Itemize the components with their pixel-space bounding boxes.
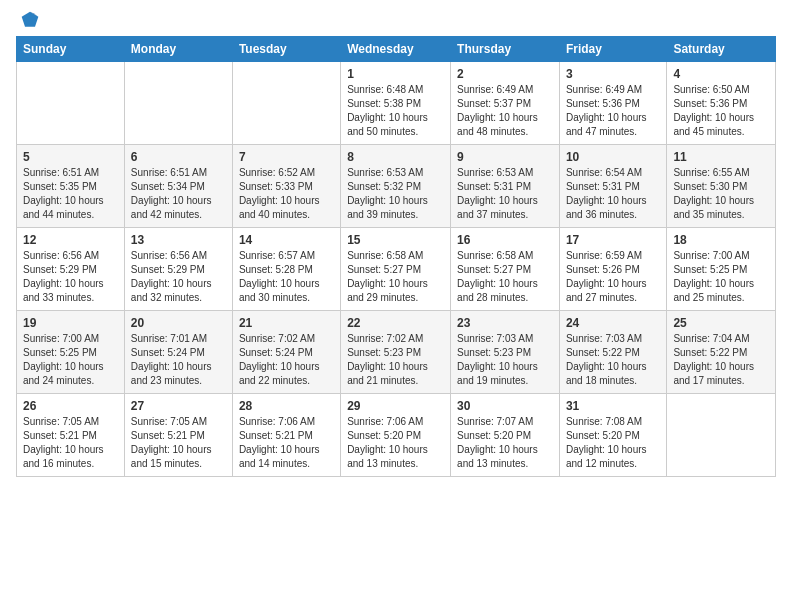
day-info: Sunrise: 6:52 AM Sunset: 5:33 PM Dayligh… — [239, 166, 334, 222]
day-info: Sunrise: 7:05 AM Sunset: 5:21 PM Dayligh… — [23, 415, 118, 471]
column-header-wednesday: Wednesday — [341, 37, 451, 62]
calendar-cell: 29Sunrise: 7:06 AM Sunset: 5:20 PM Dayli… — [341, 394, 451, 477]
day-number: 17 — [566, 233, 660, 247]
calendar-week-3: 12Sunrise: 6:56 AM Sunset: 5:29 PM Dayli… — [17, 228, 776, 311]
calendar-cell: 21Sunrise: 7:02 AM Sunset: 5:24 PM Dayli… — [232, 311, 340, 394]
calendar-cell: 30Sunrise: 7:07 AM Sunset: 5:20 PM Dayli… — [451, 394, 560, 477]
day-number: 14 — [239, 233, 334, 247]
day-number: 31 — [566, 399, 660, 413]
calendar-cell: 8Sunrise: 6:53 AM Sunset: 5:32 PM Daylig… — [341, 145, 451, 228]
calendar-cell: 9Sunrise: 6:53 AM Sunset: 5:31 PM Daylig… — [451, 145, 560, 228]
day-info: Sunrise: 6:51 AM Sunset: 5:34 PM Dayligh… — [131, 166, 226, 222]
day-number: 10 — [566, 150, 660, 164]
day-info: Sunrise: 7:06 AM Sunset: 5:21 PM Dayligh… — [239, 415, 334, 471]
column-header-tuesday: Tuesday — [232, 37, 340, 62]
calendar-cell: 16Sunrise: 6:58 AM Sunset: 5:27 PM Dayli… — [451, 228, 560, 311]
day-info: Sunrise: 6:53 AM Sunset: 5:32 PM Dayligh… — [347, 166, 444, 222]
day-info: Sunrise: 6:55 AM Sunset: 5:30 PM Dayligh… — [673, 166, 769, 222]
day-number: 16 — [457, 233, 553, 247]
day-number: 29 — [347, 399, 444, 413]
column-header-sunday: Sunday — [17, 37, 125, 62]
day-info: Sunrise: 6:54 AM Sunset: 5:31 PM Dayligh… — [566, 166, 660, 222]
calendar-cell: 31Sunrise: 7:08 AM Sunset: 5:20 PM Dayli… — [559, 394, 666, 477]
day-number: 9 — [457, 150, 553, 164]
calendar-week-1: 1Sunrise: 6:48 AM Sunset: 5:38 PM Daylig… — [17, 62, 776, 145]
header-row: SundayMondayTuesdayWednesdayThursdayFrid… — [17, 37, 776, 62]
day-number: 3 — [566, 67, 660, 81]
calendar-cell: 20Sunrise: 7:01 AM Sunset: 5:24 PM Dayli… — [124, 311, 232, 394]
calendar-week-4: 19Sunrise: 7:00 AM Sunset: 5:25 PM Dayli… — [17, 311, 776, 394]
day-info: Sunrise: 7:08 AM Sunset: 5:20 PM Dayligh… — [566, 415, 660, 471]
header — [16, 10, 776, 30]
day-info: Sunrise: 6:49 AM Sunset: 5:37 PM Dayligh… — [457, 83, 553, 139]
day-number: 7 — [239, 150, 334, 164]
day-number: 24 — [566, 316, 660, 330]
calendar-week-5: 26Sunrise: 7:05 AM Sunset: 5:21 PM Dayli… — [17, 394, 776, 477]
day-info: Sunrise: 7:01 AM Sunset: 5:24 PM Dayligh… — [131, 332, 226, 388]
day-info: Sunrise: 7:00 AM Sunset: 5:25 PM Dayligh… — [673, 249, 769, 305]
calendar-cell: 12Sunrise: 6:56 AM Sunset: 5:29 PM Dayli… — [17, 228, 125, 311]
calendar-body: 1Sunrise: 6:48 AM Sunset: 5:38 PM Daylig… — [17, 62, 776, 477]
calendar-header: SundayMondayTuesdayWednesdayThursdayFrid… — [17, 37, 776, 62]
day-number: 15 — [347, 233, 444, 247]
calendar-cell: 3Sunrise: 6:49 AM Sunset: 5:36 PM Daylig… — [559, 62, 666, 145]
day-number: 30 — [457, 399, 553, 413]
calendar-cell: 11Sunrise: 6:55 AM Sunset: 5:30 PM Dayli… — [667, 145, 776, 228]
day-number: 11 — [673, 150, 769, 164]
calendar-cell: 26Sunrise: 7:05 AM Sunset: 5:21 PM Dayli… — [17, 394, 125, 477]
calendar-cell: 28Sunrise: 7:06 AM Sunset: 5:21 PM Dayli… — [232, 394, 340, 477]
calendar-cell: 4Sunrise: 6:50 AM Sunset: 5:36 PM Daylig… — [667, 62, 776, 145]
calendar-cell — [232, 62, 340, 145]
calendar-cell: 7Sunrise: 6:52 AM Sunset: 5:33 PM Daylig… — [232, 145, 340, 228]
day-number: 8 — [347, 150, 444, 164]
day-number: 1 — [347, 67, 444, 81]
calendar-cell: 19Sunrise: 7:00 AM Sunset: 5:25 PM Dayli… — [17, 311, 125, 394]
day-number: 23 — [457, 316, 553, 330]
calendar-cell: 14Sunrise: 6:57 AM Sunset: 5:28 PM Dayli… — [232, 228, 340, 311]
day-info: Sunrise: 7:07 AM Sunset: 5:20 PM Dayligh… — [457, 415, 553, 471]
calendar-cell: 23Sunrise: 7:03 AM Sunset: 5:23 PM Dayli… — [451, 311, 560, 394]
page: SundayMondayTuesdayWednesdayThursdayFrid… — [0, 0, 792, 493]
day-info: Sunrise: 6:58 AM Sunset: 5:27 PM Dayligh… — [347, 249, 444, 305]
day-info: Sunrise: 6:56 AM Sunset: 5:29 PM Dayligh… — [131, 249, 226, 305]
calendar-cell: 22Sunrise: 7:02 AM Sunset: 5:23 PM Dayli… — [341, 311, 451, 394]
day-number: 2 — [457, 67, 553, 81]
day-number: 21 — [239, 316, 334, 330]
day-info: Sunrise: 7:00 AM Sunset: 5:25 PM Dayligh… — [23, 332, 118, 388]
calendar-cell: 25Sunrise: 7:04 AM Sunset: 5:22 PM Dayli… — [667, 311, 776, 394]
column-header-thursday: Thursday — [451, 37, 560, 62]
day-info: Sunrise: 6:51 AM Sunset: 5:35 PM Dayligh… — [23, 166, 118, 222]
day-number: 13 — [131, 233, 226, 247]
logo — [16, 10, 42, 30]
day-info: Sunrise: 7:06 AM Sunset: 5:20 PM Dayligh… — [347, 415, 444, 471]
calendar-cell: 15Sunrise: 6:58 AM Sunset: 5:27 PM Dayli… — [341, 228, 451, 311]
day-info: Sunrise: 7:03 AM Sunset: 5:23 PM Dayligh… — [457, 332, 553, 388]
logo-icon — [20, 10, 40, 30]
day-number: 6 — [131, 150, 226, 164]
column-header-friday: Friday — [559, 37, 666, 62]
calendar-week-2: 5Sunrise: 6:51 AM Sunset: 5:35 PM Daylig… — [17, 145, 776, 228]
day-info: Sunrise: 6:50 AM Sunset: 5:36 PM Dayligh… — [673, 83, 769, 139]
logo-text — [16, 10, 42, 30]
calendar-cell — [17, 62, 125, 145]
day-number: 5 — [23, 150, 118, 164]
calendar-cell — [667, 394, 776, 477]
calendar-cell — [124, 62, 232, 145]
day-number: 19 — [23, 316, 118, 330]
calendar-cell: 27Sunrise: 7:05 AM Sunset: 5:21 PM Dayli… — [124, 394, 232, 477]
calendar-cell: 13Sunrise: 6:56 AM Sunset: 5:29 PM Dayli… — [124, 228, 232, 311]
day-info: Sunrise: 6:56 AM Sunset: 5:29 PM Dayligh… — [23, 249, 118, 305]
day-info: Sunrise: 6:48 AM Sunset: 5:38 PM Dayligh… — [347, 83, 444, 139]
day-number: 20 — [131, 316, 226, 330]
calendar-cell: 1Sunrise: 6:48 AM Sunset: 5:38 PM Daylig… — [341, 62, 451, 145]
day-info: Sunrise: 6:57 AM Sunset: 5:28 PM Dayligh… — [239, 249, 334, 305]
day-info: Sunrise: 7:03 AM Sunset: 5:22 PM Dayligh… — [566, 332, 660, 388]
day-info: Sunrise: 7:02 AM Sunset: 5:24 PM Dayligh… — [239, 332, 334, 388]
day-number: 12 — [23, 233, 118, 247]
day-info: Sunrise: 6:59 AM Sunset: 5:26 PM Dayligh… — [566, 249, 660, 305]
calendar-cell: 5Sunrise: 6:51 AM Sunset: 5:35 PM Daylig… — [17, 145, 125, 228]
day-info: Sunrise: 7:05 AM Sunset: 5:21 PM Dayligh… — [131, 415, 226, 471]
calendar-cell: 24Sunrise: 7:03 AM Sunset: 5:22 PM Dayli… — [559, 311, 666, 394]
day-number: 22 — [347, 316, 444, 330]
day-number: 4 — [673, 67, 769, 81]
